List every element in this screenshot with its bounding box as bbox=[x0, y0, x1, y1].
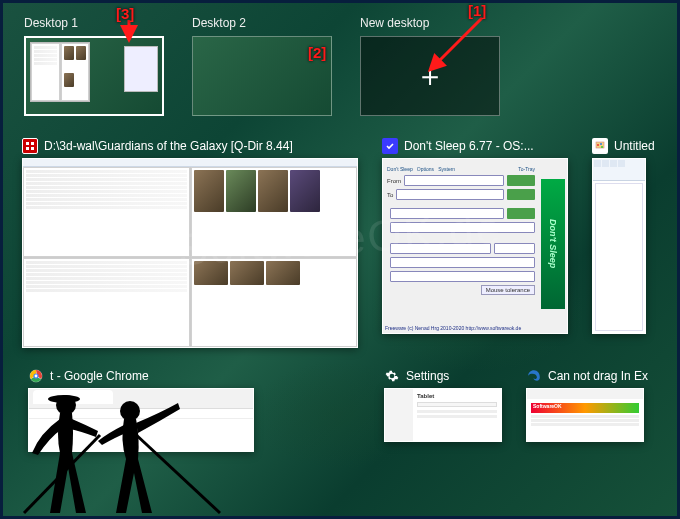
window-settings[interactable]: Settings Tablet bbox=[384, 368, 502, 452]
gear-icon bbox=[384, 368, 400, 384]
window-settings-thumbnail[interactable]: Tablet bbox=[384, 388, 502, 442]
window-chrome[interactable]: t - Google Chrome bbox=[28, 368, 254, 452]
svg-rect-2 bbox=[26, 142, 29, 145]
new-desktop[interactable]: New desktop ＋ bbox=[360, 16, 500, 116]
dontsleep-sidebar: Don't Sleep bbox=[541, 179, 565, 309]
new-desktop-button[interactable]: ＋ bbox=[360, 36, 500, 116]
desktop-2-label: Desktop 2 bbox=[192, 16, 332, 30]
window-dontsleep-thumbnail[interactable]: Don't Sleep Options System To-Tray From … bbox=[382, 158, 568, 334]
desktop-2[interactable]: Desktop 2 bbox=[192, 16, 332, 116]
window-edge-title: Can not drag In Ex bbox=[548, 369, 648, 383]
dontsleep-icon bbox=[382, 138, 398, 154]
desktop-1-thumbnail[interactable] bbox=[24, 36, 164, 116]
window-chrome-thumbnail[interactable] bbox=[28, 388, 254, 452]
window-qdir[interactable]: D:\3d-wal\Guardians of the Galaxy [Q-Dir… bbox=[22, 138, 358, 348]
desktop-1[interactable]: Desktop 1 bbox=[24, 16, 164, 116]
window-paint-thumbnail[interactable] bbox=[592, 158, 646, 334]
window-dontsleep[interactable]: Don't Sleep 6.77 - OS:... Don't Sleep Op… bbox=[382, 138, 568, 348]
svg-rect-5 bbox=[31, 147, 34, 150]
window-qdir-thumbnail[interactable] bbox=[22, 158, 358, 348]
svg-rect-4 bbox=[26, 147, 29, 150]
virtual-desktops-row: Desktop 1 Desktop 2 New desktop ＋ bbox=[12, 8, 668, 130]
window-edge-thumbnail[interactable]: SoftwareOK bbox=[526, 388, 644, 442]
qdir-icon bbox=[22, 138, 38, 154]
svg-rect-3 bbox=[31, 142, 34, 145]
edge-icon bbox=[526, 368, 542, 384]
desktop-1-label: Desktop 1 bbox=[24, 16, 164, 30]
chrome-icon bbox=[28, 368, 44, 384]
window-paint[interactable]: Untitled bbox=[592, 138, 655, 348]
plus-icon: ＋ bbox=[415, 56, 445, 97]
svg-point-7 bbox=[597, 144, 599, 146]
window-settings-title: Settings bbox=[406, 369, 449, 383]
svg-point-13 bbox=[35, 375, 38, 378]
settings-heading: Tablet bbox=[417, 393, 497, 399]
svg-point-9 bbox=[601, 146, 603, 148]
window-dontsleep-title: Don't Sleep 6.77 - OS:... bbox=[404, 139, 534, 153]
open-windows-area: D:\3d-wal\Guardians of the Galaxy [Q-Dir… bbox=[12, 130, 668, 460]
paint-icon bbox=[592, 138, 608, 154]
desktop-2-thumbnail[interactable] bbox=[192, 36, 332, 116]
dontsleep-footer: Freeware (c) Nenad Hrg 2010-2020 http://… bbox=[385, 325, 565, 331]
window-paint-title: Untitled bbox=[614, 139, 655, 153]
task-view: SoftwareOK.de Desktop 1 Desktop 2 New de… bbox=[0, 0, 680, 519]
softwareok-logo: SoftwareOK bbox=[531, 403, 639, 413]
window-chrome-title: t - Google Chrome bbox=[50, 369, 149, 383]
window-edge[interactable]: Can not drag In Ex SoftwareOK bbox=[526, 368, 648, 452]
svg-point-8 bbox=[600, 143, 602, 145]
new-desktop-label: New desktop bbox=[360, 16, 500, 30]
window-qdir-title: D:\3d-wal\Guardians of the Galaxy [Q-Dir… bbox=[44, 139, 293, 153]
